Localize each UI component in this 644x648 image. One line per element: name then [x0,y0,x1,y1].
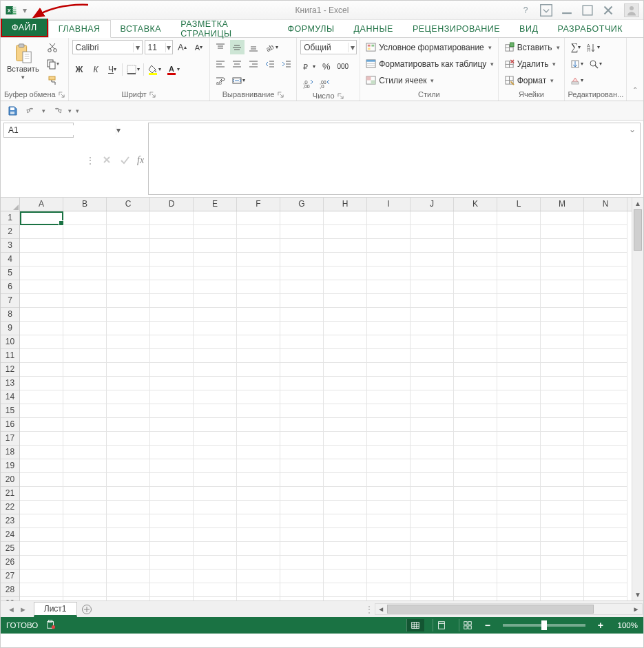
cell[interactable] [584,487,627,501]
cell[interactable] [324,390,367,404]
cell[interactable] [411,528,454,542]
cell[interactable] [411,418,454,432]
cell[interactable] [237,556,280,569]
format-cells-button[interactable]: Формат▾ [502,73,562,87]
cell[interactable] [367,542,411,556]
cell[interactable] [454,432,497,446]
cell[interactable] [150,528,194,542]
cell[interactable] [454,487,497,501]
cell[interactable] [497,432,541,446]
cell[interactable] [324,266,367,280]
cell[interactable] [411,322,454,335]
cell[interactable] [411,294,454,308]
scroll-left-icon[interactable]: ◄ [375,604,387,614]
cell[interactable] [280,349,324,363]
cell[interactable] [107,253,150,266]
cell-styles-button[interactable]: Стили ячеек▾ [364,73,496,87]
fill-color-icon[interactable]: ▾ [146,62,163,76]
cell[interactable] [367,363,411,377]
cell[interactable] [541,556,584,569]
cell[interactable] [411,487,454,501]
cell[interactable] [324,459,367,473]
sheet-nav-next-icon[interactable]: ► [19,605,27,614]
cell[interactable] [237,390,280,404]
zoom-level[interactable]: 100% [612,621,638,629]
cell[interactable] [107,487,150,501]
cell[interactable] [411,432,454,446]
cell[interactable] [107,211,150,225]
row-header[interactable]: 24 [1,528,19,542]
cell[interactable] [150,556,194,569]
row-header[interactable]: 3 [1,239,19,253]
cell[interactable] [367,583,411,597]
cell[interactable] [324,308,367,322]
cell[interactable] [63,308,107,322]
save-icon[interactable] [5,103,19,118]
tab-file[interactable]: ФАЙЛ [1,19,48,37]
column-header[interactable]: E [194,198,237,211]
cell[interactable] [107,432,150,446]
cell[interactable] [63,266,107,280]
cell[interactable] [280,294,324,308]
cell[interactable] [497,487,541,501]
cell[interactable] [20,432,63,446]
cell[interactable] [367,266,411,280]
cell[interactable] [150,308,194,322]
cell[interactable] [107,514,150,528]
cell[interactable] [194,253,237,266]
cell[interactable] [20,583,63,597]
cell[interactable] [454,583,497,597]
column-header[interactable]: N [584,198,627,211]
cell[interactable] [63,569,107,583]
conditional-formatting-button[interactable]: Условное форматирование▾ [364,40,496,54]
cell[interactable] [324,404,367,418]
cell[interactable] [194,418,237,432]
cell[interactable] [584,528,627,542]
cell[interactable] [454,225,497,239]
cell[interactable] [497,335,541,349]
worksheet-grid[interactable]: ABCDEFGHIJKLMN 1234567891011121314151617… [1,198,643,600]
tab-view[interactable]: ВИД [510,20,548,37]
cell[interactable] [324,294,367,308]
view-page-break-icon[interactable] [459,619,477,631]
column-header[interactable]: J [411,198,454,211]
cell[interactable] [497,446,541,459]
cell[interactable] [237,239,280,253]
cell[interactable] [411,211,454,225]
cell[interactable] [411,266,454,280]
cell[interactable] [63,418,107,432]
cell[interactable] [280,377,324,390]
cell[interactable] [150,501,194,514]
cell[interactable] [194,239,237,253]
zoom-in-icon[interactable]: + [598,620,603,631]
cell[interactable] [454,377,497,390]
borders-icon[interactable]: ▾ [125,62,141,76]
formula-input[interactable] [149,123,640,194]
cell[interactable] [497,459,541,473]
cell[interactable] [541,363,584,377]
cell[interactable] [107,569,150,583]
row-header[interactable]: 23 [1,514,19,528]
cell[interactable] [541,446,584,459]
cell[interactable] [454,514,497,528]
cell[interactable] [541,542,584,556]
zoom-slider[interactable] [503,624,585,627]
cell[interactable] [237,432,280,446]
cell[interactable] [411,446,454,459]
cell[interactable] [454,280,497,294]
cell[interactable] [584,308,627,322]
cell[interactable] [411,556,454,569]
cell[interactable] [150,322,194,335]
cell[interactable] [63,459,107,473]
cell[interactable] [107,404,150,418]
cell[interactable] [237,322,280,335]
cell[interactable] [194,266,237,280]
cell[interactable] [367,459,411,473]
cell[interactable] [324,432,367,446]
cell[interactable] [107,225,150,239]
cell[interactable] [107,583,150,597]
cell[interactable] [237,349,280,363]
comma-format-icon[interactable]: 000 [335,59,350,74]
cell[interactable] [324,487,367,501]
cell[interactable] [280,308,324,322]
